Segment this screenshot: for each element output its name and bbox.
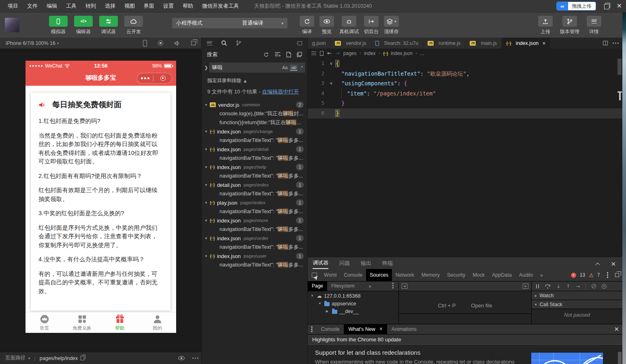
deactivate-breakpoints-icon[interactable] (592, 284, 596, 288)
multi-window-icon[interactable] (191, 41, 196, 45)
phone-tab-item[interactable]: 免费兑换 (63, 312, 101, 333)
drawer-menu-icon[interactable] (311, 328, 313, 330)
phone-tab-item[interactable]: 首页 (26, 312, 63, 333)
nav-back-icon[interactable]: ← (327, 50, 332, 56)
navigator-tab[interactable]: Filesystem (327, 281, 358, 291)
match-case-toggle[interactable]: Aa (281, 65, 289, 70)
search-result-match[interactable]: navigationBarTitleText": "哆啦多多... (202, 189, 307, 198)
editor-scrollbar[interactable] (617, 38, 622, 237)
tree-row[interactable]: __dev__ (308, 307, 398, 315)
toolbar-action-button[interactable]: ▾ 清缓存 (384, 16, 399, 35)
search-result-match[interactable]: navigationBarTitleText": "哆啦多多... (202, 260, 307, 269)
pause-icon[interactable] (536, 284, 539, 288)
window-close-button[interactable]: ✕ (617, 0, 622, 12)
phone-tab-item[interactable]: 帮助 (101, 312, 138, 333)
search-result-file[interactable]: index.json pages\order 1 (202, 234, 307, 243)
more-actions-icon[interactable] (195, 358, 196, 359)
editor-tab[interactable]: main.js (465, 38, 501, 49)
toolbar-action-button[interactable]: 编译 (300, 16, 314, 35)
tree-caret-closed-icon[interactable] (326, 309, 330, 313)
pause-on-exceptions-icon[interactable] (602, 284, 607, 289)
copy-path-icon[interactable] (81, 356, 84, 360)
search-result-match[interactable]: navigationBarTitleText": "哆啦多多... (202, 207, 307, 216)
menu-item[interactable]: 文件 (23, 0, 42, 12)
search-result-match[interactable]: console.log(e),{title:"我正在哆啦封... (202, 109, 307, 118)
collapse-caret-icon[interactable] (204, 103, 210, 107)
split-editor-icon[interactable] (603, 41, 608, 45)
collapse-all-icon[interactable] (297, 52, 302, 57)
search-result-match[interactable]: navigationBarTitleText": "哆啦多多... (202, 136, 307, 145)
explorer-list-icon[interactable] (207, 41, 213, 45)
drawer-tab[interactable]: What's New (344, 324, 387, 334)
search-result-match[interactable]: navigationBarTitleText": "哆啦多多... (202, 225, 307, 234)
breadcrumb-item[interactable]: pages (343, 51, 357, 56)
fold-caret-icon[interactable] (330, 81, 332, 85)
open-file-label[interactable]: Open file (471, 303, 492, 309)
navigator-tab[interactable]: Page (308, 281, 327, 291)
window-restore-button[interactable] (604, 4, 609, 8)
search-icon[interactable] (221, 40, 227, 46)
phone-tab-item[interactable]: 我的 (138, 312, 176, 333)
more-tabs-icon[interactable]: » (368, 281, 371, 291)
drag-upload-button[interactable]: ∞ 拖拽上传 (556, 2, 596, 11)
collapse-caret-icon[interactable] (204, 130, 210, 133)
search-scope-toggle[interactable]: 指定目录和排除 ▲ (202, 73, 307, 85)
refresh-results-icon[interactable] (263, 52, 269, 57)
devtools-tab[interactable]: Mock (469, 269, 488, 281)
devtools-menu-icon[interactable] (607, 274, 609, 276)
editor-tab[interactable]: Search: 32.u7u (371, 38, 423, 49)
toolbar-action-button[interactable]: 预览 (319, 16, 334, 35)
devtools-tab[interactable]: Memory (418, 269, 443, 281)
drawer-scrollbar-thumb[interactable] (618, 352, 622, 364)
search-input[interactable] (212, 65, 253, 71)
more-dots-icon[interactable] (144, 77, 146, 79)
search-result-file[interactable]: index.json pages\user 1 (202, 252, 307, 260)
regex-toggle[interactable]: .* (299, 65, 304, 70)
drawer-tab[interactable]: Console (317, 324, 344, 334)
toolbar-action-button[interactable]: 上传 (538, 16, 553, 35)
editor-more-actions-icon[interactable] (615, 42, 617, 44)
menu-item[interactable]: 视图 (120, 0, 139, 12)
collapse-caret-icon[interactable] (204, 201, 210, 205)
search-result-match[interactable]: function(){return{title:"我正在哆啦... (202, 118, 307, 127)
collapse-caret-icon[interactable] (204, 148, 210, 151)
whole-word-toggle[interactable]: ab (290, 65, 297, 71)
git-branch-icon[interactable] (236, 40, 241, 46)
collapse-caret-icon[interactable] (204, 183, 210, 187)
breadcrumb-item[interactable]: index.json (391, 51, 413, 56)
devtools-tab[interactable]: Security (443, 269, 469, 281)
dock-panel-icon[interactable] (298, 41, 302, 45)
device-select[interactable]: iPhone 6/7/8 100% 16 (6, 40, 55, 46)
record-icon[interactable] (158, 40, 163, 46)
search-result-file[interactable]: index.json pages\help 1 (202, 163, 307, 171)
search-result-match[interactable]: navigationBarTitleText": "哆啦多多... (202, 243, 307, 252)
search-result-file[interactable]: play.json pages\index 1 (202, 198, 307, 207)
page-path-dropdown[interactable]: 页面路径 (5, 355, 26, 362)
bookmark-icon[interactable] (320, 51, 324, 56)
devtools-tab[interactable]: Sources (366, 269, 392, 281)
devtools-tab[interactable]: AppData (488, 269, 515, 281)
editor-tab[interactable]: index.json (502, 38, 550, 49)
close-panel-icon[interactable]: ✕ (611, 260, 616, 268)
panel-toggle-button[interactable]: 调试器 (98, 16, 119, 35)
search-result-file[interactable]: index.json pages\more 1 (202, 216, 307, 225)
toolbar-action-button[interactable]: 版本管理 (560, 16, 579, 35)
next-tab-icon[interactable]: ▸ (523, 284, 528, 289)
drawer-tab[interactable]: Animations (387, 324, 421, 334)
device-frame-icon[interactable] (143, 40, 147, 47)
close-drawer-icon[interactable]: ✕ (614, 326, 619, 333)
toolbar-action-button[interactable]: 真机调试 (339, 16, 359, 35)
error-badge-icon[interactable] (571, 273, 576, 278)
devtools-tab[interactable]: Wxml (320, 269, 340, 281)
toolbar-action-button[interactable]: 切后台 (364, 16, 379, 35)
menu-item[interactable]: 界面 (139, 0, 159, 12)
prev-tab-icon[interactable]: ◂ (402, 284, 407, 289)
open-search-editor-icon[interactable] (286, 52, 291, 57)
open-in-editor-link[interactable]: 在编辑器中打开 (262, 89, 299, 95)
menu-item[interactable]: 编辑 (42, 0, 62, 12)
watch-section-header[interactable]: Watch (532, 291, 622, 300)
tree-row[interactable]: appservice (308, 300, 398, 307)
outline-icon[interactable] (311, 51, 316, 55)
debugger-panel-tab[interactable]: 输出 (361, 258, 371, 269)
editor-tab[interactable]: runtime.js (423, 38, 465, 49)
